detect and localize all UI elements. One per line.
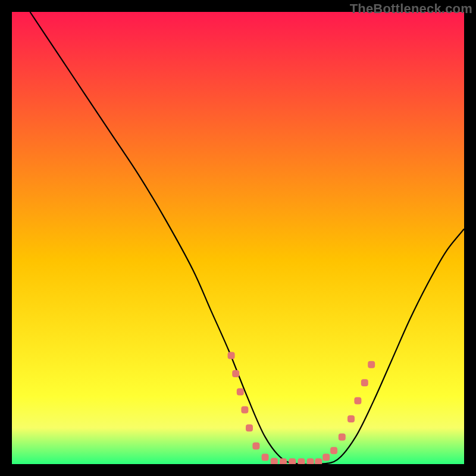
curve-marker bbox=[330, 447, 337, 454]
curve-marker bbox=[307, 458, 314, 464]
curve-marker bbox=[252, 443, 259, 450]
curve-marker bbox=[232, 370, 239, 377]
curve-marker bbox=[271, 458, 278, 464]
curve-marker bbox=[228, 352, 235, 359]
curve-marker bbox=[339, 433, 346, 440]
curve-marker bbox=[241, 406, 248, 414]
curve-marker bbox=[322, 454, 330, 461]
curve-marker bbox=[280, 458, 287, 464]
curve-marker bbox=[289, 458, 296, 464]
gradient-background bbox=[12, 12, 464, 464]
attribution-text: TheBottleneck.com bbox=[350, 1, 472, 17]
curve-marker bbox=[246, 424, 253, 431]
curve-marker bbox=[237, 388, 244, 395]
bottleneck-chart bbox=[12, 12, 464, 464]
curve-marker bbox=[368, 361, 375, 368]
curve-marker bbox=[262, 454, 269, 461]
curve-marker bbox=[361, 379, 368, 386]
curve-marker bbox=[347, 415, 355, 422]
curve-marker bbox=[354, 397, 361, 405]
curve-marker bbox=[298, 458, 305, 464]
chart-frame bbox=[12, 12, 464, 464]
curve-marker bbox=[315, 458, 322, 464]
